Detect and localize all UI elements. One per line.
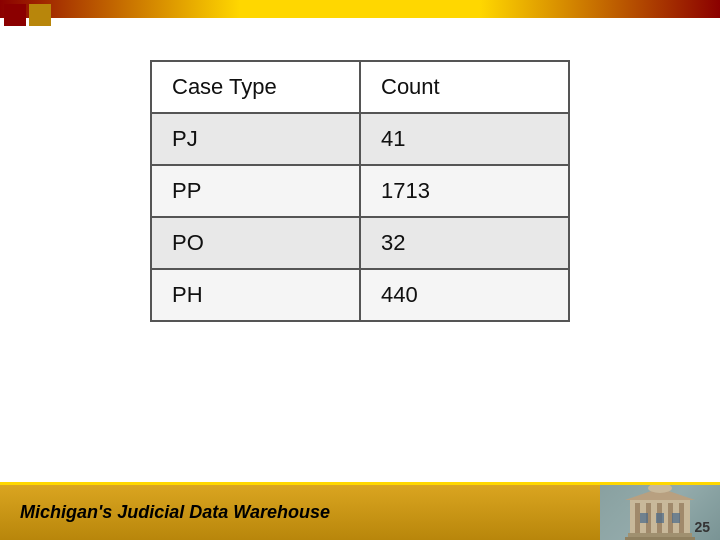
footer-label-area: Michigan's Judicial Data Warehouse — [0, 485, 600, 540]
case-type-ph: PH — [151, 269, 360, 321]
bottom-bar: Michigan's Judicial Data Warehouse — [0, 485, 720, 540]
count-po: 32 — [360, 217, 569, 269]
main-content: Case Type Count PJ 41 PP 1713 PO 32 PH 4… — [0, 30, 720, 480]
count-ph: 440 — [360, 269, 569, 321]
table-row: PP 1713 — [151, 165, 569, 217]
table-row: PH 440 — [151, 269, 569, 321]
top-bar — [0, 0, 720, 18]
svg-rect-2 — [635, 503, 640, 535]
svg-rect-13 — [672, 513, 680, 523]
header-case-type: Case Type — [151, 61, 360, 113]
page-number: 25 — [694, 519, 710, 535]
count-pp: 1713 — [360, 165, 569, 217]
data-table: Case Type Count PJ 41 PP 1713 PO 32 PH 4… — [150, 60, 570, 322]
case-type-po: PO — [151, 217, 360, 269]
count-pj: 41 — [360, 113, 569, 165]
header-count: Count — [360, 61, 569, 113]
case-type-pj: PJ — [151, 113, 360, 165]
table-row: PJ 41 — [151, 113, 569, 165]
top-left-decor — [4, 4, 51, 26]
table-row: PO 32 — [151, 217, 569, 269]
decor-square-2 — [29, 4, 51, 26]
footer-label: Michigan's Judicial Data Warehouse — [20, 502, 330, 523]
svg-rect-12 — [656, 513, 664, 523]
table-header-row: Case Type Count — [151, 61, 569, 113]
svg-rect-8 — [628, 533, 692, 537]
case-type-pp: PP — [151, 165, 360, 217]
decor-square-1 — [4, 4, 26, 26]
svg-rect-11 — [640, 513, 648, 523]
